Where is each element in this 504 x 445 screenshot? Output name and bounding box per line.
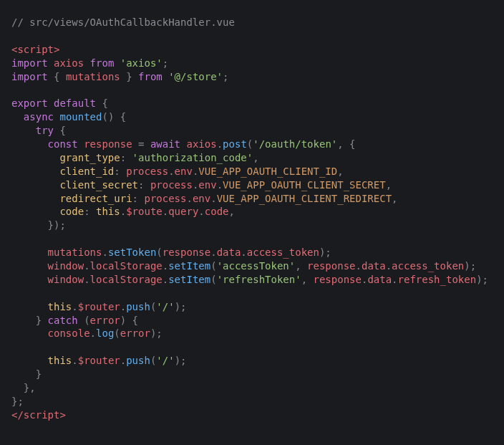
comment-line: // src/views/OAuthCallbackHandler.vue	[11, 16, 235, 28]
code-block: // src/views/OAuthCallbackHandler.vue <s…	[0, 0, 504, 438]
script-open-tag: <script>	[11, 44, 59, 55]
script-close-tag: </script>	[11, 409, 66, 421]
